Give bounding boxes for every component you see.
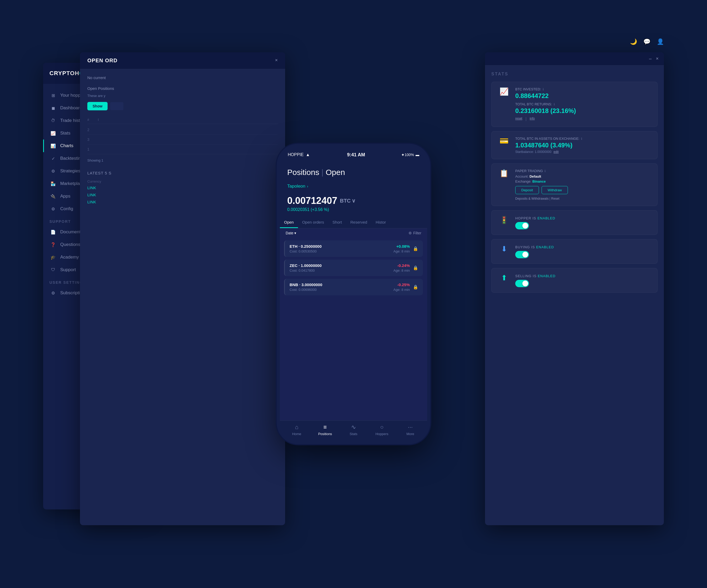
center-close-icon[interactable]: × (275, 58, 278, 63)
link-3[interactable]: LINK (87, 200, 278, 204)
edit-link[interactable]: edit (553, 150, 559, 154)
btc-returns-label-text: TOTAL BTC RETURNS: (515, 102, 552, 106)
selling-toggle[interactable] (515, 280, 529, 287)
showing-text: Showing 1 (87, 158, 278, 162)
config-icon: ⚙ (50, 207, 56, 212)
info-link[interactable]: info (530, 117, 535, 121)
user-icon[interactable]: 👤 (657, 38, 664, 45)
scene: 🌙 💬 👤 CRYPTOHOPPER ☰ ⊞ Your hoppers ◼ Da… (38, 31, 669, 557)
position-card-bnb[interactable]: BNB · 3.00000000 Cost: 0.00696000 -0.25%… (284, 279, 423, 295)
tab-short[interactable]: Short (328, 216, 346, 228)
right-top-bar: – × (485, 52, 664, 65)
filter-label: Filter (413, 231, 422, 235)
download-icon: ⬇ (501, 245, 507, 253)
deposit-button[interactable]: Deposit (515, 186, 539, 194)
bottom-nav-home[interactable]: ⌂ Home (288, 424, 306, 436)
filter-button[interactable]: ⚙ Filter (408, 231, 422, 235)
table-header: # I (87, 116, 278, 124)
pos-bnb-name: BNB · 3.00000000 (290, 283, 390, 287)
phone-bottom-nav: ⌂ Home ≡ Positions ∿ Stats ○ Hoppers (280, 420, 427, 441)
withdraw-button[interactable]: Withdraw (542, 186, 568, 194)
col-num-header: # (87, 118, 98, 122)
stats-nav-label: Stats (349, 432, 358, 436)
hopper-toggle[interactable] (515, 222, 529, 229)
positions-list: ETH · 0.25000000 Cost: 0.00530500 +0.08%… (280, 238, 427, 420)
assets-icon-area: 💳 (497, 137, 510, 145)
hopper-toggle-section: HOPPER IS ENABLED (515, 216, 651, 229)
btc-invested-value: 0.88644722 (515, 92, 651, 100)
bottom-nav-stats[interactable]: ∿ Stats (344, 424, 363, 436)
sidebar-label-charts: Charts (60, 143, 73, 148)
pos-bnb-percent: -0.25% (394, 283, 410, 287)
battery-percent: 100% (405, 153, 414, 157)
upload-icon: ⬆ (501, 274, 507, 282)
selling-enabled-label: SELLING IS ENABLED (515, 273, 556, 287)
hopper-name[interactable]: Tapoleon › (287, 184, 420, 189)
paper-trading-content: PAPER TRADING ℹ Account: Default Exchang… (515, 169, 651, 200)
pos-eth-name: ETH · 0.25000000 (290, 244, 390, 249)
sidebar-label-support: Support (60, 267, 76, 272)
show-button[interactable]: Show (87, 102, 108, 110)
bottom-nav-hoppers[interactable]: ○ Hoppers (373, 424, 391, 436)
tab-reserved[interactable]: Reserved (346, 216, 371, 228)
tab-open-orders[interactable]: Open orders (298, 216, 328, 228)
moon-icon[interactable]: 🌙 (630, 38, 637, 45)
date-filter[interactable]: Date ▾ (285, 231, 296, 235)
page-title-text: Positions (287, 168, 319, 177)
selling-toggle-section: SELLING IS ENABLED (515, 273, 651, 287)
pos-eth-percent: +0.08% (394, 244, 410, 249)
link-2[interactable]: LINK (87, 193, 278, 197)
pos-bnb-left: BNB · 3.00000000 Cost: 0.00696000 (290, 283, 390, 292)
pos-eth-left: ETH · 0.25000000 Cost: 0.00530500 (290, 244, 390, 253)
time-display: 9:41 AM (311, 152, 401, 158)
bottom-nav-positions[interactable]: ≡ Positions (316, 424, 334, 436)
stats-nav-icon: ∿ (351, 424, 356, 431)
dashboard-icon: ◼ (50, 106, 56, 111)
trending-up-icon: 📈 (500, 87, 509, 96)
bluetooth-icon: ✦ (401, 152, 405, 157)
grid-icon: ⊞ (50, 93, 56, 98)
position-card-zec[interactable]: ZEC · 1.00000000 Cost: 0.0417800 -0.24% … (284, 260, 423, 276)
tab-open[interactable]: Open (280, 216, 298, 228)
table-row: 3 (87, 135, 278, 145)
row-num-1: 1 (87, 147, 98, 151)
pos-eth-age: Age: 8 min (394, 249, 410, 253)
selling-enabled-card: ⬆ SELLING IS ENABLED (491, 268, 658, 293)
deposits-withdrawals-link[interactable]: Deposits & Withdrawals (515, 197, 549, 200)
reset-link[interactable]: reset (515, 117, 523, 121)
paper-trading-card: 📋 PAPER TRADING ℹ Account: Default Excha… (491, 163, 658, 206)
tab-open-orders-label: Open orders (302, 220, 324, 224)
buying-toggle[interactable] (515, 251, 529, 258)
bottom-nav-more[interactable]: ··· More (401, 424, 419, 436)
paper-trading-info: ℹ (544, 169, 546, 173)
page-subtitle-text: Open (326, 168, 345, 177)
positions-table: # I 2 3 1 (87, 116, 278, 154)
minimize-icon[interactable]: – (649, 56, 651, 62)
selling-status-text: ENABLED (538, 274, 556, 278)
academy-icon: 🎓 (50, 255, 56, 260)
selling-label-text: SELLING IS (515, 274, 537, 278)
position-card-eth[interactable]: ETH · 0.25000000 Cost: 0.00530500 +0.08%… (284, 241, 423, 257)
pt-buttons: Deposit Withdraw (515, 186, 651, 194)
btc-badge[interactable]: BTC ∨ (340, 197, 356, 204)
link-1[interactable]: LINK (87, 185, 278, 190)
tab-history[interactable]: Histor (371, 216, 390, 228)
hopper-status-text: ENABLED (537, 216, 555, 220)
buying-toggle-section: BUYING IS ENABLED (515, 245, 651, 258)
exchange-value: Binance (532, 179, 546, 183)
tab-history-label: Histor (376, 220, 386, 224)
close-icon[interactable]: × (656, 56, 659, 62)
show-row: Show (87, 102, 278, 110)
title-separator: | (322, 168, 326, 177)
balance-main: 0.00712407 BTC ∨ (287, 195, 420, 206)
traffic-light-icon-area: 🚦 (497, 216, 510, 224)
receipt-icon: 📋 (500, 169, 509, 178)
lock-icon-bnb: 🔒 (413, 285, 418, 290)
no-current-text: No current (87, 75, 278, 80)
chat-icon[interactable]: 💬 (643, 38, 650, 45)
reset-link2[interactable]: Reset (551, 197, 560, 200)
hopper-name-text: Tapoleon (287, 184, 305, 189)
currency-text: BTC (340, 198, 350, 204)
pos-zec-cost: Cost: 0.0417800 (290, 268, 390, 272)
sidebar-label-strategies: Strategies (60, 169, 80, 174)
